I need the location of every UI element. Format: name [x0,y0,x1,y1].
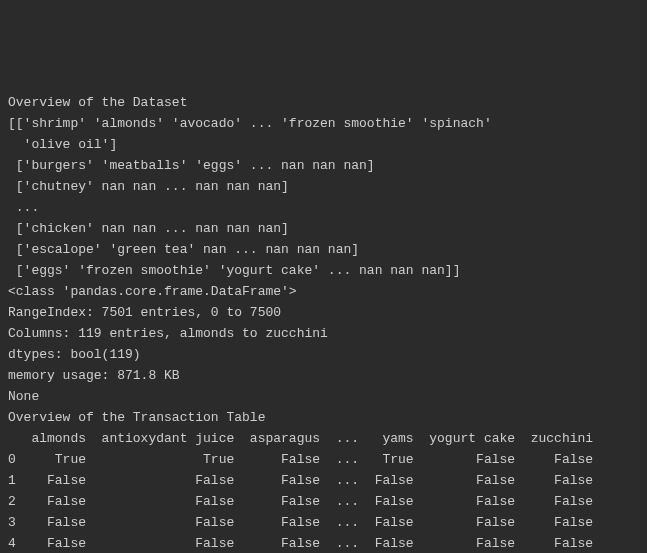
output-line: 4 False False False ... False False Fals… [8,533,639,553]
output-line: <class 'pandas.core.frame.DataFrame'> [8,281,639,302]
output-line: 'olive oil'] [8,134,639,155]
output-line: 2 False False False ... False False Fals… [8,491,639,512]
output-line: ... [8,197,639,218]
output-line: 3 False False False ... False False Fals… [8,512,639,533]
output-line: memory usage: 871.8 KB [8,365,639,386]
output-line: Overview of the Dataset [8,92,639,113]
output-line: almonds antioxydant juice asparagus ... … [8,428,639,449]
output-line: 0 True True False ... True False False [8,449,639,470]
output-line: ['burgers' 'meatballs' 'eggs' ... nan na… [8,155,639,176]
output-line: ['escalope' 'green tea' nan ... nan nan … [8,239,639,260]
output-line: ['chicken' nan nan ... nan nan nan] [8,218,639,239]
output-line: ['chutney' nan nan ... nan nan nan] [8,176,639,197]
output-line: [['shrimp' 'almonds' 'avocado' ... 'froz… [8,113,639,134]
output-line: Columns: 119 entries, almonds to zucchin… [8,323,639,344]
output-line: RangeIndex: 7501 entries, 0 to 7500 [8,302,639,323]
output-line: 1 False False False ... False False Fals… [8,470,639,491]
output-line: None [8,386,639,407]
output-line: ['eggs' 'frozen smoothie' 'yogurt cake' … [8,260,639,281]
terminal-output: Overview of the Dataset[['shrimp' 'almon… [8,92,639,553]
output-line: Overview of the Transaction Table [8,407,639,428]
output-line: dtypes: bool(119) [8,344,639,365]
